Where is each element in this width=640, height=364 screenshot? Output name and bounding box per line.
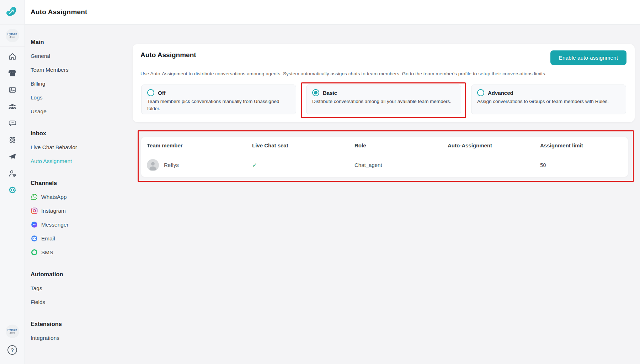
- app-logo[interactable]: [0, 0, 25, 25]
- member-avatar: [147, 159, 159, 171]
- option-label: Off: [158, 90, 166, 96]
- member-cell: Reflys: [147, 159, 252, 171]
- sidebar-item-instagram[interactable]: Instagram: [31, 204, 107, 218]
- option-description: Assign conversations to Groups or team m…: [477, 98, 620, 105]
- sidebar-item-usage[interactable]: Usage: [31, 104, 107, 118]
- avatar-text: Python: [7, 328, 17, 331]
- sidebar-item-team-members[interactable]: Team Members: [31, 63, 107, 77]
- col-team-member: Team member: [147, 142, 252, 148]
- option-off[interactable]: Off Team members pick conversations manu…: [141, 85, 296, 114]
- page-title: Auto Assignment: [31, 8, 87, 16]
- option-label: Advanced: [488, 90, 513, 96]
- col-auto-assignment: Auto-Assignment: [448, 142, 540, 148]
- nav-section-main: Main General Team Members Billing Logs U…: [31, 35, 107, 118]
- card-description: Use Auto-Assignment to distribute conver…: [140, 71, 546, 76]
- sidebar-item-label: Messenger: [41, 222, 69, 228]
- send-icon[interactable]: [8, 152, 17, 161]
- nav-heading-inbox: Inbox: [31, 126, 107, 140]
- sidebar-item-logs[interactable]: Logs: [31, 91, 107, 104]
- settings-gear-icon[interactable]: [8, 186, 17, 194]
- nav-heading-automation: Automation: [31, 267, 107, 281]
- sms-icon: [31, 249, 38, 256]
- card-title: Auto Assignment: [140, 51, 196, 59]
- nav-section-automation: Automation Tags Fields: [31, 267, 107, 309]
- sidebar-item-auto-assignment[interactable]: Auto Assignment: [31, 154, 107, 168]
- option-basic[interactable]: Basic Distribute conversations among all…: [306, 85, 461, 114]
- member-role: Chat_agent: [354, 162, 448, 168]
- enable-auto-assignment-button[interactable]: Enable auto-assignment: [550, 50, 626, 65]
- email-icon: [31, 235, 38, 242]
- person-gear-icon[interactable]: [8, 169, 17, 178]
- sidebar-item-integrations[interactable]: Integrations: [31, 331, 107, 345]
- icon-rail: Python Java: [0, 0, 25, 364]
- main-content: Auto Assignment Enable auto-assignment U…: [110, 25, 640, 364]
- workspace-avatar-section: Python Java: [0, 25, 25, 47]
- team-icon[interactable]: [8, 102, 17, 111]
- option-description: Team members pick conversations manually…: [147, 98, 290, 113]
- sidebar-item-whatsapp[interactable]: WhatsApp: [31, 190, 107, 204]
- option-label: Basic: [323, 90, 337, 96]
- rail-bottom: Python Java ?: [6, 325, 19, 364]
- avatar-text: Java: [10, 331, 15, 335]
- table-row: Reflys ✓ Chat_agent 50: [141, 154, 628, 176]
- nav-section-inbox: Inbox Live Chat Behavior Auto Assignment: [31, 126, 107, 168]
- chat-icon[interactable]: [8, 119, 17, 127]
- sidebar-item-label: SMS: [41, 249, 53, 256]
- nav-section-extensions: Extensions Integrations: [31, 317, 107, 345]
- auto-assignment-card: Auto Assignment Enable auto-assignment U…: [133, 44, 635, 122]
- help-icon[interactable]: ?: [7, 345, 17, 355]
- sidebar-item-sms[interactable]: SMS: [31, 245, 107, 259]
- sidebar-item-tags[interactable]: Tags: [31, 281, 107, 295]
- home-icon[interactable]: [8, 52, 17, 61]
- avatar-text: Java: [10, 36, 15, 39]
- table-header-row: Team member Live Chat seat Role Auto-Ass…: [141, 137, 628, 154]
- messenger-icon: [31, 221, 38, 228]
- assignment-mode-options: Off Team members pick conversations manu…: [141, 85, 626, 114]
- col-assignment-limit: Assignment limit: [540, 142, 628, 148]
- user-avatar[interactable]: Python Java: [6, 325, 19, 338]
- app-root: Python Java: [0, 0, 640, 364]
- workspace-avatar[interactable]: Python Java: [6, 29, 19, 42]
- instagram-icon: [31, 207, 38, 214]
- assignment-limit-value: 50: [540, 162, 628, 168]
- image-icon[interactable]: [8, 86, 17, 94]
- radio-off[interactable]: [147, 89, 154, 96]
- sidebar-item-label: WhatsApp: [41, 194, 67, 200]
- radio-advanced[interactable]: [477, 89, 484, 96]
- sidebar-item-billing[interactable]: Billing: [31, 77, 107, 91]
- atom-icon[interactable]: [8, 136, 17, 144]
- nav-heading-channels: Channels: [31, 176, 107, 190]
- sidebar-item-email[interactable]: Email: [31, 232, 107, 245]
- sidebar-item-messenger[interactable]: Messenger: [31, 218, 107, 232]
- member-name: Reflys: [164, 162, 179, 168]
- sidebar-item-fields[interactable]: Fields: [31, 295, 107, 309]
- sidebar-nav: Main General Team Members Billing Logs U…: [25, 25, 110, 364]
- app-header: Auto Assignment: [25, 0, 640, 25]
- sidebar-item-general[interactable]: General: [31, 49, 107, 63]
- radio-basic[interactable]: [312, 89, 319, 96]
- option-description: Distribute conversations among all your …: [312, 98, 455, 105]
- rail-icon-list: [8, 47, 17, 194]
- team-table-card: Team member Live Chat seat Role Auto-Ass…: [141, 137, 628, 177]
- help-label: ?: [11, 347, 14, 353]
- nav-section-channels: Channels WhatsApp: [31, 176, 107, 259]
- sidebar-item-label: Instagram: [41, 208, 66, 214]
- nav-heading-extensions: Extensions: [31, 317, 107, 331]
- whatsapp-icon: [31, 193, 38, 201]
- avatar-text: Python: [7, 32, 17, 36]
- brand-logo-icon: [5, 5, 20, 19]
- sidebar-item-label: Email: [41, 235, 55, 242]
- sidebar-item-live-chat-behavior[interactable]: Live Chat Behavior: [31, 140, 107, 154]
- option-advanced[interactable]: Advanced Assign conversations to Groups …: [471, 85, 626, 114]
- col-live-chat-seat: Live Chat seat: [252, 142, 354, 148]
- nav-heading-main: Main: [31, 35, 107, 49]
- live-chat-seat-check-icon: ✓: [252, 162, 354, 169]
- store-icon[interactable]: [8, 69, 17, 77]
- col-role: Role: [354, 142, 448, 148]
